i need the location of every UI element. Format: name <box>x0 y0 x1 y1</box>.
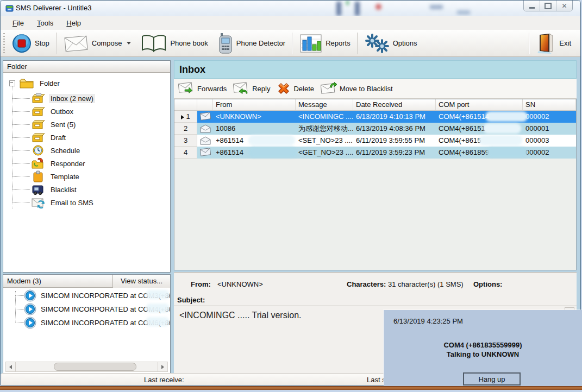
menu-file[interactable]: File <box>6 17 30 29</box>
exit-icon <box>536 33 556 54</box>
reports-button[interactable]: Reports <box>295 31 355 55</box>
inbox-icon <box>32 92 45 104</box>
sidebar-item-inbox[interactable]: Inbox (2 new) <box>32 92 95 104</box>
cell-sn: 000002 <box>523 147 576 159</box>
scroll-right-icon <box>161 365 164 369</box>
sidebar-item-outbox[interactable]: Outbox <box>32 105 75 117</box>
sidebar-item-template[interactable]: Template <box>32 170 81 182</box>
delete-icon <box>277 81 291 96</box>
sidebar-item-responder[interactable]: Responder <box>32 157 87 169</box>
col-message[interactable]: Message <box>296 99 353 110</box>
menu-help[interactable]: Help <box>60 17 87 29</box>
reports-icon <box>299 34 322 53</box>
modem-horizontal-scrollbar[interactable] <box>5 362 168 372</box>
sidebar-item-label[interactable]: Email to SMS <box>49 198 95 207</box>
table-row[interactable]: 4 +861514 <GET_NO>23 ....... 6/11/2019 3… <box>174 147 576 159</box>
cell-sn: 000001 <box>523 123 576 135</box>
col-sn[interactable]: SN <box>523 99 576 110</box>
table-row[interactable]: 3 +861514 <SET_NO>23 ........ 6/11/2019 … <box>174 135 576 147</box>
sidebar-item-label[interactable]: Blacklist <box>49 185 78 194</box>
call-talking-to: Talking to UNKNOWN <box>384 350 582 359</box>
redaction-blur <box>146 290 170 299</box>
view-status-button[interactable]: View status... <box>112 275 170 288</box>
reply-icon <box>233 82 249 95</box>
scroll-left-button[interactable] <box>6 362 16 371</box>
compose-button[interactable]: Compose <box>59 31 136 55</box>
scroll-track[interactable] <box>16 362 158 371</box>
sidebar-item-email-to-sms[interactable]: Email to SMS <box>32 197 95 208</box>
table-header: From Message Date Received COM port SN <box>174 99 576 111</box>
titlebar-glass-artifact <box>336 2 341 16</box>
schedule-icon <box>32 144 45 156</box>
folder-root-label[interactable]: Folder <box>38 79 61 88</box>
window-title: SMS Deliverer - Untitle3 <box>16 4 91 12</box>
selected-row-marker <box>181 115 184 119</box>
forwards-icon <box>178 82 195 95</box>
sidebar-item-label[interactable]: Sent (5) <box>49 120 77 129</box>
reply-button[interactable]: Reply <box>233 82 270 95</box>
from-label: From: <box>191 280 211 288</box>
maximize-button[interactable] <box>540 1 556 11</box>
blacklist-icon <box>32 184 45 195</box>
sidebar-item-label[interactable]: Template <box>49 172 81 181</box>
scroll-right-button[interactable] <box>158 362 167 371</box>
hang-up-button[interactable]: Hang up <box>463 372 521 385</box>
row-number: 3 <box>174 135 197 147</box>
close-icon: ✕ <box>561 3 567 9</box>
sidebar-item-draft[interactable]: Draft <box>32 131 67 143</box>
titlebar-glass-artifact <box>376 4 381 10</box>
minimize-button[interactable] <box>524 1 540 11</box>
folder-panel-title: Folder <box>7 62 27 71</box>
sidebar-item-label[interactable]: Schedule <box>49 146 82 155</box>
folder-icon <box>20 77 34 89</box>
compose-dropdown-caret[interactable] <box>127 42 131 45</box>
tree-line <box>12 111 30 112</box>
options-button[interactable]: Options <box>360 31 422 55</box>
phone-detector-button[interactable]: Phone Detector <box>213 31 290 55</box>
exit-button[interactable]: Exit <box>531 31 576 55</box>
sidebar-item-label[interactable]: Responder <box>49 159 87 168</box>
delete-label: Delete <box>293 85 314 93</box>
collapse-icon[interactable] <box>9 80 15 86</box>
sidebar-item-label[interactable]: Inbox (2 new) <box>49 94 95 103</box>
cell-message: 为感谢您对移动... <box>296 123 353 135</box>
move-to-blacklist-button[interactable]: Move to Blacklist <box>321 82 393 95</box>
play-icon <box>24 289 36 302</box>
message-body-text: <INCOMINGC ..... Trial version. <box>179 311 301 320</box>
envelope-open-icon <box>197 135 213 147</box>
titlebar-glass-artifact <box>457 10 470 15</box>
exit-label: Exit <box>559 39 571 47</box>
sidebar-item-label[interactable]: Outbox <box>49 107 75 116</box>
inbox-action-bar: Forwards Reply Delete <box>174 79 577 99</box>
col-com-port[interactable]: COM port <box>436 99 523 110</box>
sent-icon <box>32 118 45 130</box>
delete-button[interactable]: Delete <box>277 81 314 96</box>
redaction-blur <box>146 317 170 326</box>
col-rownum[interactable] <box>174 99 197 110</box>
sidebar-item-label[interactable]: Draft <box>49 133 67 142</box>
redaction-blur <box>479 135 522 146</box>
table-row[interactable]: 2 10086 为感谢您对移动... 6/13/2019 4:08:36 PM … <box>174 123 576 135</box>
reply-label: Reply <box>252 85 270 93</box>
toolbar-separator <box>292 33 293 54</box>
close-button[interactable]: ✕ <box>556 1 572 11</box>
sidebar-item-schedule[interactable]: Schedule <box>32 144 82 156</box>
folder-tree-root[interactable]: Folder <box>9 77 61 89</box>
col-from[interactable]: From <box>213 99 296 110</box>
table-row[interactable]: 1 <UNKNOWN> <INCOMINGC ...... 6/13/2019 … <box>174 111 576 123</box>
stop-label: Stop <box>35 39 49 47</box>
tree-line <box>12 150 30 151</box>
sidebar-item-blacklist[interactable]: Blacklist <box>32 184 78 195</box>
forwards-button[interactable]: Forwards <box>178 82 227 95</box>
scroll-thumb[interactable] <box>54 363 136 371</box>
characters-label: Characters: <box>347 280 386 288</box>
modem-panel: Modem (3) View status... SIMCOM INCORPOR… <box>3 274 171 375</box>
phonebook-button[interactable]: Phone book <box>136 31 212 55</box>
sidebar-item-sent[interactable]: Sent (5) <box>32 118 77 130</box>
col-date-received[interactable]: Date Received <box>353 99 436 110</box>
titlebar-glass-artifact <box>355 2 360 16</box>
hang-up-label: Hang up <box>478 375 505 383</box>
col-icon[interactable] <box>197 99 213 110</box>
menu-tools[interactable]: Tools <box>30 17 60 29</box>
stop-button[interactable]: Stop <box>7 31 54 55</box>
